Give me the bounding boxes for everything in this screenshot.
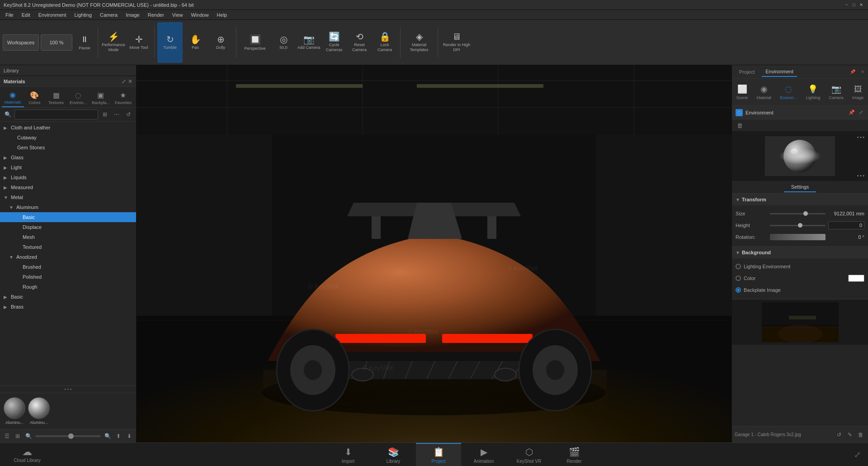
tab-environ[interactable]: ◌ Environ... (67, 89, 90, 107)
tree-item-glass[interactable]: ▶ Glass (0, 152, 136, 162)
bottom-tab-import[interactable]: ⬇ Import (326, 443, 371, 466)
cloud-library-button[interactable]: ☁ Cloud Library (0, 443, 54, 466)
tree-item-measured[interactable]: ▶ Measured (0, 182, 136, 192)
restore-button[interactable]: □ (851, 2, 857, 8)
expand-anodized-icon[interactable]: ▼ (9, 255, 15, 260)
search-refresh-icon[interactable]: ↺ (123, 109, 133, 119)
env-more-btn[interactable]: • • • (857, 173, 864, 178)
expand-basic2-icon[interactable]: ▶ (4, 295, 10, 300)
mat-thumb-1[interactable]: Aluminu... (28, 397, 50, 425)
env-delete-btn[interactable]: 🗑 (736, 121, 744, 129)
tree-item-displace[interactable]: Displace (0, 222, 136, 232)
rp-tab-lighting[interactable]: 💡 Lighting (802, 82, 824, 102)
bottom-tab-library[interactable]: 📚 Library (371, 443, 416, 466)
tree-item-anodized[interactable]: ▼ Anodized (0, 252, 136, 262)
rp-close-icon[interactable]: ✕ (861, 69, 864, 74)
workspaces-button[interactable]: Workspaces (3, 34, 39, 51)
rp-refresh-btn[interactable]: ↺ (835, 430, 844, 439)
panel-download-icon[interactable]: ⬇ (125, 432, 133, 440)
material-templates-button[interactable]: ◈ Material Templates (403, 22, 435, 63)
menu-help[interactable]: Help (213, 11, 231, 19)
rp-tab-image[interactable]: 🖼 Image (849, 83, 867, 102)
tree-item-basic[interactable]: Basic (0, 212, 136, 222)
transform-header[interactable]: ▼ Transform (732, 194, 868, 205)
fov-button[interactable]: ◎ 50,0 (271, 22, 296, 63)
bottom-tab-keyshot-vr[interactable]: ⬡ KeyShot VR (506, 443, 552, 466)
tab-colors[interactable]: 🎨 Colors (24, 89, 46, 107)
backplate-radio[interactable] (736, 287, 741, 293)
menu-edit[interactable]: Edit (18, 11, 34, 19)
panel-more-dots[interactable]: • • • (62, 387, 73, 392)
menu-file[interactable]: File (2, 11, 17, 19)
tree-item-light[interactable]: ▶ Light (0, 162, 136, 172)
expand-liquids-icon[interactable]: ▶ (4, 175, 10, 180)
rp-tab-environ[interactable]: ◌ Environ... (776, 82, 801, 102)
tree-item-cloth[interactable]: ▶ Cloth and Leather (0, 123, 136, 133)
tree-item-metal[interactable]: ▼ Metal (0, 192, 136, 202)
panel-search2-icon[interactable]: 🔍 (104, 432, 112, 440)
dolly-button[interactable]: ⊕ Dolly (208, 22, 233, 63)
rp-tab-project[interactable]: Project (736, 67, 758, 76)
tree-item-liquids[interactable]: ▶ Liquids (0, 172, 136, 182)
performance-mode-button[interactable]: ⚡ Performance Mode (101, 22, 126, 63)
panel-zoom-thumb[interactable] (68, 433, 74, 439)
height-thumb[interactable] (798, 223, 802, 228)
rp-pin-icon[interactable]: 📌 (850, 69, 855, 74)
rotation-slider[interactable] (770, 234, 826, 240)
viewport[interactable]: © KeyShot © KeyShot © KeyShot © KeyShot (137, 65, 731, 442)
panel-grid-icon[interactable]: ⊞ (14, 432, 22, 440)
background-header[interactable]: ▼ Background (732, 247, 868, 258)
color-swatch[interactable] (848, 275, 864, 282)
bottom-tab-render[interactable]: 🎬 Render (552, 443, 597, 466)
rp-tab-camera[interactable]: 📷 Camera (826, 82, 847, 102)
minimize-button[interactable]: − (844, 2, 850, 8)
menu-environment[interactable]: Environment (35, 11, 70, 19)
mat-thumb-0[interactable]: Aluminu... (4, 397, 25, 425)
size-thumb[interactable] (803, 211, 808, 216)
add-camera-button[interactable]: 📷 Add Camera (296, 22, 321, 63)
tree-item-gem[interactable]: Gem Stones (0, 143, 136, 152)
perspective-dropdown[interactable]: 🔲 Perspective (239, 22, 271, 63)
cycle-cameras-button[interactable]: 🔄 Cycle Cameras (321, 22, 347, 63)
tree-item-textured[interactable]: Textured (0, 242, 136, 252)
panel-zoom-slider[interactable] (35, 435, 101, 437)
menu-lighting[interactable]: Lighting (71, 11, 95, 19)
pan-button[interactable]: ✋ Pan (183, 22, 208, 63)
rp-tab-scene[interactable]: ⬜ Scene (733, 82, 752, 102)
env-pin-btn[interactable]: 📌 (848, 109, 855, 116)
tree-item-mesh[interactable]: Mesh (0, 232, 136, 242)
height-slider[interactable] (770, 225, 826, 226)
rp-tab-environment[interactable]: Environment (762, 67, 797, 77)
panel-close-icon[interactable]: ✕ (128, 78, 132, 85)
menu-window[interactable]: Window (187, 11, 212, 19)
tree-item-aluminum[interactable]: ▼ Aluminum (0, 202, 136, 212)
menu-view[interactable]: View (169, 11, 187, 19)
expand-glass-icon[interactable]: ▶ (4, 155, 10, 160)
search-filter-icon[interactable]: ⊞ (100, 109, 110, 119)
tree-item-brushed[interactable]: Brushed (0, 262, 136, 272)
panel-menu-icon[interactable]: ☰ (3, 432, 11, 440)
expand-aluminum-icon[interactable]: ▼ (9, 205, 15, 210)
fullscreen-button[interactable]: ⤢ (854, 450, 861, 460)
size-slider[interactable] (770, 213, 826, 214)
close-button[interactable]: ✕ (858, 2, 864, 8)
tree-item-polished[interactable]: Polished (0, 272, 136, 282)
tab-favorites[interactable]: ★ Favorites (112, 89, 134, 107)
tree-item-rough[interactable]: Rough (0, 282, 136, 292)
tab-backplate[interactable]: ▣ Backpla... (90, 89, 112, 107)
search-input[interactable] (14, 109, 98, 119)
render-high-dpi-button[interactable]: 🖥 Render in High DPI (441, 22, 472, 63)
menu-camera[interactable]: Camera (96, 11, 121, 19)
search-options-icon[interactable]: ⋯ (112, 109, 122, 119)
bottom-tab-animation[interactable]: ▶ Animation (461, 443, 506, 466)
reset-camera-button[interactable]: ⟲ Reset Camera (347, 22, 372, 63)
height-input[interactable] (828, 221, 864, 229)
tab-materials[interactable]: ◉ Materials (2, 89, 24, 107)
move-tool-button[interactable]: ✛ Move Tool (126, 22, 151, 63)
panel-upload-icon[interactable]: ⬆ (114, 432, 123, 440)
menu-image[interactable]: Image (122, 11, 143, 19)
menu-render[interactable]: Render (144, 11, 168, 19)
tumble-button[interactable]: ↻ Tumble (157, 22, 183, 63)
panel-expand-icon[interactable]: ⤢ (122, 78, 126, 85)
panel-search-icon[interactable]: 🔍 (24, 432, 33, 440)
